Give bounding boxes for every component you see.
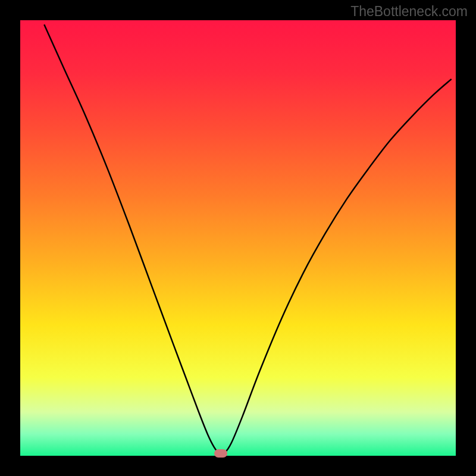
watermark-label: TheBottleneck.com: [350, 4, 468, 20]
gradient-background: [20, 20, 456, 456]
bottleneck-marker: [214, 449, 227, 458]
plot-svg: [20, 20, 456, 456]
chart-frame: TheBottleneck.com: [0, 0, 476, 476]
plot-area: [20, 20, 456, 456]
